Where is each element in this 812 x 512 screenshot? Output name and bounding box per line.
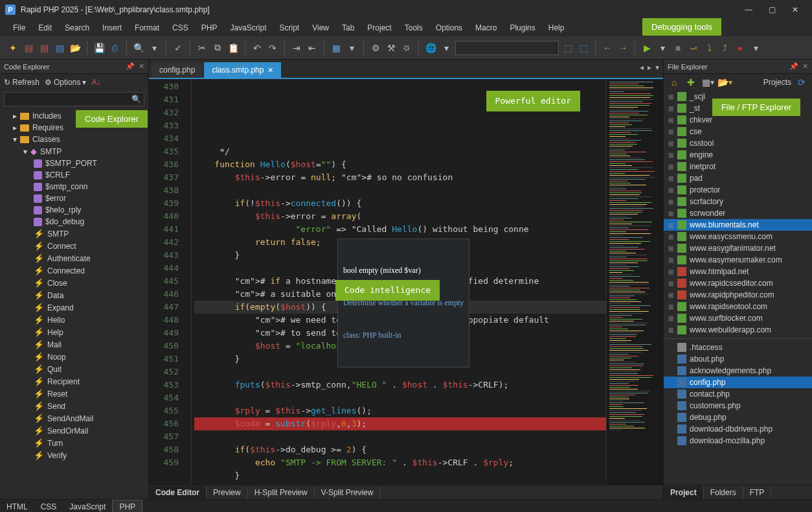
expand-icon[interactable]: ⊞	[668, 117, 674, 124]
file-view-tab[interactable]: FTP	[743, 486, 772, 499]
file-view-tab[interactable]: Project	[664, 486, 704, 499]
tree-method[interactable]: ⚡ SMTP	[0, 227, 148, 240]
save-icon[interactable]: 💾	[93, 41, 106, 54]
tree-var[interactable]: $CRLF	[0, 169, 148, 181]
folder-item[interactable]: ⊞ engine	[664, 149, 812, 161]
spellcheck-icon[interactable]: ✓	[172, 41, 185, 54]
find-next-icon[interactable]: ▾	[148, 41, 161, 54]
tree-class[interactable]: ▾ ◆ SMTP	[0, 145, 148, 157]
panel-close-icon[interactable]: ✕	[139, 62, 144, 71]
outdent-icon[interactable]: ⇤	[306, 41, 319, 54]
code-editor[interactable]: 4304314324334344354364374384394404414424…	[149, 78, 663, 485]
folder-item[interactable]: ⊞ cse	[664, 126, 812, 137]
menu-javascript[interactable]: JavaScript	[225, 21, 271, 35]
options-button[interactable]: ⚙ Options ▾	[45, 78, 86, 87]
tree-var[interactable]: $error	[0, 192, 148, 204]
expand-icon[interactable]: ⊞	[668, 222, 674, 229]
tree-method[interactable]: ⚡ Send	[0, 400, 148, 412]
expand-icon[interactable]: ⊞	[668, 268, 674, 275]
lang-tab[interactable]: JavaScript	[63, 500, 112, 513]
tree-method[interactable]: ⚡ Connect	[0, 240, 148, 252]
explorer-search-input[interactable]	[7, 95, 131, 104]
folder-item[interactable]: ⊞ protector	[664, 184, 812, 196]
home-icon[interactable]: ⌂	[668, 76, 681, 89]
sort-button[interactable]: A↓	[91, 78, 100, 87]
menu-options[interactable]: Options	[431, 21, 468, 35]
run-target-input[interactable]	[455, 41, 559, 55]
view-icon[interactable]: ▦▾	[701, 76, 714, 89]
menu-help[interactable]: Help	[543, 21, 570, 35]
expand-icon[interactable]: ⊞	[668, 327, 674, 334]
expand-icon[interactable]: ⊞	[668, 280, 674, 287]
tree-method[interactable]: ⚡ SendOrMail	[0, 425, 148, 437]
run-icon[interactable]: ▶	[640, 41, 653, 54]
menu-project[interactable]: Project	[362, 21, 396, 35]
folder-item[interactable]: ⊞ inetprot	[664, 161, 812, 172]
folder-item[interactable]: ⊞ www.rapidphpeditor.com	[664, 289, 812, 301]
pin-icon[interactable]: 📌	[789, 62, 798, 71]
search-icon[interactable]: 🔍	[131, 95, 141, 104]
editor-tab[interactable]: config.php	[152, 62, 203, 78]
cut-icon[interactable]: ✂	[196, 41, 209, 54]
expand-icon[interactable]: ⊞	[668, 303, 674, 310]
folder-item[interactable]: ⊞ www.blumentals.net	[664, 219, 812, 231]
folder-item[interactable]: ⊞ www.rapidcsseditor.com	[664, 277, 812, 289]
tab-prev-icon[interactable]: ◂	[640, 63, 644, 72]
tree-var[interactable]: $helo_rply	[0, 204, 148, 216]
folder-item[interactable]: ⊞ www.easycssmenu.com	[664, 231, 812, 242]
library-dropdown-icon[interactable]: ▾	[345, 41, 358, 54]
tree-method[interactable]: ⚡ Turn	[0, 437, 148, 449]
expand-icon[interactable]: ⊞	[668, 105, 674, 112]
folder-item[interactable]: ⊞ www.rapidseotool.com	[664, 301, 812, 312]
new-file-icon[interactable]: ✦	[6, 41, 19, 54]
open-icon[interactable]: 📂	[69, 41, 82, 54]
file-item[interactable]: download-dbdrivers.php	[664, 423, 812, 435]
expand-icon[interactable]: ⊞	[668, 292, 674, 299]
save-all-icon[interactable]: ⎙	[108, 41, 121, 54]
tree-method[interactable]: ⚡ Help	[0, 326, 148, 338]
code-line[interactable]: $this->error = array(	[194, 210, 606, 223]
expand-icon[interactable]: ⊞	[668, 187, 674, 194]
folder-item[interactable]: ⊞ scrfactory	[664, 196, 812, 207]
expand-icon[interactable]: ⊞	[668, 257, 674, 264]
file-item[interactable]: download-mozilla.php	[664, 435, 812, 447]
tree-method[interactable]: ⚡ Mail	[0, 338, 148, 351]
projects-label[interactable]: Projects	[763, 78, 791, 87]
new-folder-icon[interactable]: ✚	[684, 76, 697, 89]
minimap[interactable]	[606, 79, 663, 485]
file-item[interactable]: contact.php	[664, 388, 812, 400]
view-tab[interactable]: Preview	[207, 486, 248, 499]
panel-close-icon[interactable]: ✕	[802, 62, 808, 71]
new-php-icon[interactable]: ▤	[53, 41, 66, 54]
sync-icon[interactable]: ⟳	[795, 76, 808, 89]
tree-var[interactable]: $do_debug	[0, 216, 148, 227]
expand-icon[interactable]: ⊞	[668, 233, 674, 240]
code-line[interactable]	[194, 482, 606, 485]
new-css-icon[interactable]: ▤	[38, 41, 51, 54]
folder-item[interactable]: ⊞ www.htmlpad.net	[664, 266, 812, 277]
folder-item[interactable]: ⊞ www.surfblocker.com	[664, 312, 812, 324]
breakpoint-dropdown-icon[interactable]: ▾	[749, 41, 762, 54]
file-item[interactable]: config.php	[664, 377, 812, 388]
file-item[interactable]: customers.php	[664, 400, 812, 412]
file-view-tab[interactable]: Folders	[704, 486, 743, 499]
tree-method[interactable]: ⚡ Data	[0, 289, 148, 301]
file-item[interactable]: debug.php	[664, 412, 812, 423]
step-over-icon[interactable]: ⤻	[687, 41, 700, 54]
code-line[interactable]: $code = substr($rply,0,3);	[194, 417, 606, 430]
new-html-icon[interactable]: ▤	[22, 41, 35, 54]
close-button[interactable]: ✕	[784, 2, 807, 17]
file-item[interactable]: acknowledgements.php	[664, 365, 812, 377]
code-line[interactable]: $this->error = null; "cm"># so no confus…	[194, 171, 606, 184]
editor-tab[interactable]: class.smtp.php ✕	[204, 62, 281, 78]
folder-item[interactable]: ⊞ www.easymenumaker.com	[664, 254, 812, 266]
tool-3-icon[interactable]: ⛭	[400, 41, 413, 54]
expand-icon[interactable]: ⊞	[668, 140, 674, 147]
code-line[interactable]	[194, 366, 606, 378]
maximize-button[interactable]: ▢	[760, 2, 784, 17]
pin-icon[interactable]: 📌	[126, 62, 135, 71]
breakpoint-icon[interactable]: ●	[734, 41, 747, 54]
browser-icon[interactable]: 🌐	[424, 41, 437, 54]
tree-method[interactable]: ⚡ Hello	[0, 314, 148, 326]
lang-tab[interactable]: CSS	[34, 500, 63, 513]
